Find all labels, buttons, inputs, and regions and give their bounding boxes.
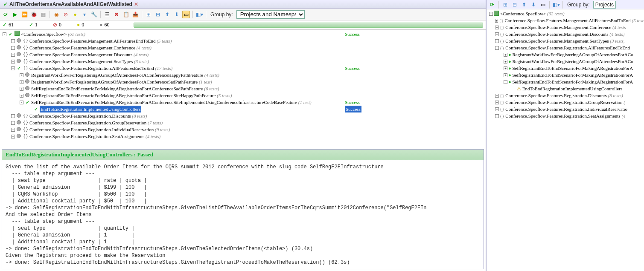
tree-ns[interactable]: +{}Conference.Specflow.Features.Manageme…	[0, 58, 486, 65]
expand-icon[interactable]: +	[495, 114, 499, 118]
main-toolbar: ⟳ ▶ ⏩ 🐞 ▦ ◉ ⊘ ● ▾ 🔧 ☰ ✖ 📋 📤 ⊞ ⊟ ⬆ ⬇ ▭ ◧▾…	[0, 9, 486, 20]
expand-icon[interactable]: +	[11, 114, 15, 118]
list-icon[interactable]: ☰	[103, 11, 111, 18]
collapse-icon[interactable]: ⊟	[154, 11, 162, 18]
tree-test-selected[interactable]: ✓EndToEndRegistrationImplementedUsingCon…	[0, 106, 486, 112]
run-icon[interactable]: ▶	[11, 11, 19, 18]
filter-icon[interactable]: ▾	[81, 11, 88, 18]
expand-icon[interactable]: +	[495, 94, 499, 98]
tree-ns[interactable]: +{} Conference.Specflow.Features.Registr…	[487, 92, 644, 99]
tree-ns[interactable]: +{} Conference.Specflow.Features.Managem…	[487, 31, 644, 37]
collapse-icon[interactable]: -	[11, 66, 15, 70]
tree-feature[interactable]: +RegistrantWorkflowForRegisteringAGroupO…	[0, 72, 486, 78]
tree-ns[interactable]: +{} Conference.Specflow.Features.Registr…	[487, 106, 644, 112]
tree-feature[interactable]: +SelfRegistrantEndToEndScenarioForMaking…	[0, 85, 486, 92]
expand-icon[interactable]: +	[495, 32, 499, 36]
groupby-select[interactable]: Projects and Namespaces	[236, 10, 305, 19]
expand-icon[interactable]: +	[495, 101, 499, 104]
expand-icon[interactable]: +	[504, 73, 507, 77]
tree-ns[interactable]: +{}Conference.Specflow.Features.Registra…	[0, 126, 486, 133]
expand-icon[interactable]: +	[20, 73, 23, 77]
test-tree[interactable]: - ✓ <Conference.Specflow> (61 tests) Suc…	[0, 30, 486, 147]
run-all-icon[interactable]: ⏩	[20, 11, 28, 18]
stop-icon[interactable]: ⊘	[62, 11, 70, 18]
tree-feature[interactable]: +RegistrantWorkflowForRegisteringAGroupO…	[0, 78, 486, 85]
output-text[interactable]: Given the list of the available Order It…	[2, 160, 484, 269]
right-test-tree[interactable]: - <Conference.Specflow> (62 tests) +{} C…	[487, 9, 644, 120]
tree-ns[interactable]: +{} Conference.Specflow.Features.Managem…	[487, 24, 644, 31]
expand-icon[interactable]: +	[495, 107, 499, 111]
collapse-icon[interactable]: -	[489, 12, 493, 16]
tree-feature[interactable]: +● SelfRegistrantEndToEndScenarioForMaki…	[487, 65, 644, 72]
tree-ns[interactable]: +{}Conference.Specflow.Features.Registra…	[0, 112, 486, 119]
tree-root[interactable]: - ✓ <Conference.Specflow> (61 tests) Suc…	[0, 31, 486, 37]
collapse-icon[interactable]: -	[504, 80, 507, 84]
refresh-icon[interactable]: ⟳	[488, 1, 496, 9]
tree-ns[interactable]: +{} Conference.Specflow.Features.Registr…	[487, 112, 644, 119]
tab-active[interactable]: ✓ AllTheOrderItemsAreAvailableAndAllGetW…	[1, 1, 141, 8]
tree-root[interactable]: - <Conference.Specflow> (62 tests)	[487, 10, 644, 17]
tree-feature[interactable]: +SelfRegistrantEndToEndScenarioForMaking…	[0, 92, 486, 99]
tree-feature[interactable]: +● RegistrantWorkflowForRegisteringAGrou…	[487, 58, 644, 65]
expand-icon[interactable]: +	[20, 94, 23, 98]
groupby-value[interactable]: Projects	[593, 1, 616, 9]
tree-ns[interactable]: +{}Conference.Specflow.Features.Manageme…	[0, 51, 486, 58]
tree-test[interactable]: ⚠ EndToEndRegistrationImplementedUsingCo…	[487, 85, 644, 92]
refresh-icon[interactable]: ⟳	[2, 11, 9, 18]
track-icon[interactable]: ◉	[52, 11, 60, 18]
tree-ns[interactable]: +{}Conference.Specflow.Features.Manageme…	[0, 37, 486, 44]
expand-icon[interactable]: +	[20, 80, 23, 84]
expand-icon[interactable]: +	[495, 39, 499, 43]
expand-icon[interactable]: +	[504, 53, 507, 57]
next-icon[interactable]: ⬇	[530, 1, 537, 9]
prev-icon[interactable]: ⬆	[163, 11, 171, 18]
tree-feature-open[interactable]: -● SelfRegistrantEndToEndScenarioForMaki…	[487, 78, 644, 85]
tree-ns-open[interactable]: -✓{}Conference.Specflow.Features.Registr…	[0, 65, 486, 72]
expand-icon[interactable]: +	[11, 39, 15, 43]
collapse-icon[interactable]: -	[20, 101, 23, 104]
autoscroll-icon[interactable]: ▭	[539, 1, 547, 9]
expand-icon[interactable]: +	[11, 46, 15, 50]
copy-icon[interactable]: 📋	[122, 11, 130, 18]
autoscroll-icon[interactable]: ▭	[182, 11, 190, 18]
wrench-icon[interactable]: 🔧	[90, 11, 98, 18]
options-icon[interactable]: ◧▾	[195, 11, 203, 18]
expand-icon[interactable]: +	[504, 66, 507, 70]
options-icon[interactable]: ◧▾	[552, 1, 560, 9]
expand-icon[interactable]: +	[11, 60, 15, 63]
debug-icon[interactable]: 🐞	[30, 11, 38, 18]
expand-icon[interactable]: +	[495, 26, 499, 29]
namespace-icon: {}	[23, 126, 29, 133]
check-icon: ✓	[33, 106, 39, 112]
expand-icon[interactable]: +	[20, 87, 23, 91]
close-icon[interactable]: ✕	[134, 1, 138, 7]
export-icon[interactable]: 📤	[131, 11, 139, 18]
tree-ns[interactable]: +{} Conference.Specflow.Features.Registr…	[487, 99, 644, 106]
tree-ns[interactable]: +{}Conference.Specflow.Features.Manageme…	[0, 44, 486, 51]
dot-icon	[16, 112, 22, 119]
expand-icon[interactable]: +	[11, 53, 15, 57]
prev-icon[interactable]: ⬆	[520, 1, 528, 9]
collapse-icon[interactable]: ⊟	[511, 1, 519, 9]
tree-ns[interactable]: +{}Conference.Specflow.Features.Registra…	[0, 133, 486, 140]
expand-icon[interactable]: +	[504, 60, 507, 63]
next-icon[interactable]: ⬇	[173, 11, 181, 18]
coverage-icon[interactable]: ▦	[39, 11, 47, 18]
expand-icon[interactable]: +	[11, 128, 15, 132]
tree-ns[interactable]: +{} Conference.Specflow.Features.Managem…	[487, 37, 644, 44]
collapse-icon[interactable]: -	[3, 32, 6, 36]
tree-ns[interactable]: +{}Conference.Specflow.Features.Registra…	[0, 119, 486, 126]
warn-icon[interactable]: ●	[71, 11, 79, 18]
expand-icon[interactable]: +	[495, 19, 498, 23]
tree-ns-open[interactable]: -{} Conference.Specflow.Features.Registr…	[487, 44, 644, 51]
collapse-icon[interactable]: -	[495, 46, 499, 50]
expand-icon[interactable]: ⊞	[501, 1, 509, 9]
expand-icon[interactable]: +	[11, 121, 15, 125]
expand-icon[interactable]: +	[11, 135, 15, 138]
expand-icon[interactable]: ⊞	[145, 11, 152, 18]
delete-icon[interactable]: ✖	[113, 11, 120, 18]
tree-feature[interactable]: +● SelfRegistrantEndToEndScenarioForMaki…	[487, 72, 644, 78]
tree-feature[interactable]: +● RegistrantWorkflowForRegisteringAGrou…	[487, 51, 644, 58]
tree-feature-open[interactable]: -✓SelfRegistrantEndToEndScenarioForMakin…	[0, 99, 486, 106]
tree-ns[interactable]: +{} Conference.Specflow.Features.Managem…	[487, 17, 644, 24]
